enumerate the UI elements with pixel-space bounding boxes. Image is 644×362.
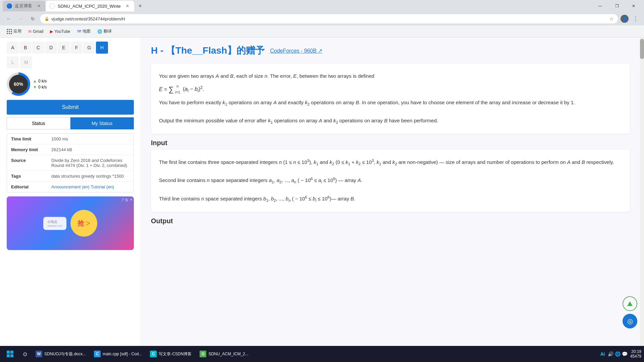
sound-icon[interactable]: 🔊 (608, 351, 613, 357)
ai-button[interactable]: Ai (600, 351, 605, 357)
scrollbar[interactable] (640, 38, 644, 362)
taskbar-date-value: 45479 (630, 354, 641, 359)
apps-button[interactable]: 应用 (4, 27, 24, 36)
svg-rect-4 (10, 354, 13, 357)
scroll-up-button[interactable] (623, 296, 637, 311)
chat-button[interactable]: ◎ (623, 314, 637, 328)
gmail-bookmark[interactable]: ✉ Gmail (25, 28, 46, 35)
tab-L[interactable]: L (7, 56, 19, 68)
editorial-value: Announcement (en) Tutorial (en) (51, 184, 129, 189)
submit-button[interactable]: Submit (7, 100, 134, 115)
tab-G[interactable]: G (83, 42, 95, 54)
taskbar-item-word[interactable]: W SDNUOJ与专题.docx... (32, 347, 89, 361)
word-icon: W (36, 351, 42, 357)
tab-E[interactable]: E (58, 42, 70, 54)
notification-icon[interactable]: 💬 (622, 351, 628, 357)
status-buttons: Status My Status (7, 117, 134, 129)
network-icon[interactable]: 🌐 (615, 351, 621, 357)
taskbar-item-chrome[interactable]: G SDNU_ACM_ICM_2... (196, 347, 252, 361)
system-tray: 🔊 🌐 💬 (608, 351, 628, 357)
taskbar-item-vscode[interactable]: C main.cpp [sdf] - Cod... (91, 347, 145, 361)
math-formula: E = ∑ ni=1 (ai − bi)2. (159, 83, 622, 96)
description-para1: You are given two arrays A and B, each o… (159, 72, 622, 80)
reload-button[interactable]: ↻ (28, 14, 38, 23)
sidebar: A B C D E F G H L M 60% ▲ 0 k/s ▼ (0, 38, 141, 362)
svg-marker-0 (627, 301, 633, 306)
chrome-icon: G (200, 351, 206, 357)
maps-icon: 🗺 (77, 29, 81, 34)
taskbar-item-csdn[interactable]: C 写文章-CSDN博客 (147, 347, 195, 361)
window-controls: — ❐ ✕ (592, 1, 641, 11)
tab1-close[interactable]: ✕ (36, 3, 42, 9)
maximize-button[interactable]: ❐ (609, 1, 625, 11)
ad-content: 小鸟云 niaoyun.com 抢 > (43, 210, 97, 237)
problem-tabs: A B C D E F G H (7, 38, 134, 56)
my-status-button[interactable]: My Status (70, 117, 134, 129)
source-label: Source (11, 158, 51, 168)
bookmark-star-icon[interactable]: ☆ (609, 16, 614, 21)
start-button[interactable] (3, 347, 17, 361)
youtube-label: YouTube (54, 29, 70, 34)
taskbar-word-label: SDNUOJ与专题.docx... (44, 351, 86, 357)
tab-F[interactable]: F (70, 42, 83, 54)
ad-yellow-circle: 抢 > (70, 210, 97, 237)
tab-C[interactable]: C (32, 42, 44, 54)
editorial-row: Editorial Announcement (en) Tutorial (en… (7, 182, 133, 192)
tab-2[interactable]: ⚖ SDNU_ACM_ICPC_2020_Winte ✕ (46, 1, 134, 11)
input-para2: Second line contains n space separated i… (159, 176, 622, 185)
tab-H[interactable]: H (96, 42, 108, 54)
source-row: Source Divide by Zero 2018 and Codeforce… (7, 155, 133, 171)
speed-percent: 60% (9, 75, 28, 94)
tab-B[interactable]: B (19, 42, 32, 54)
close-button[interactable]: ✕ (626, 1, 641, 11)
apps-grid-icon (7, 29, 12, 34)
status-button[interactable]: Status (7, 117, 70, 129)
problem-info-table: Time limit 1000 ms Memory limit 262144 k… (7, 133, 134, 192)
tab-A[interactable]: A (7, 42, 19, 54)
time-limit-label: Time limit (11, 136, 51, 141)
source-value: Divide by Zero 2018 and Codeforces Round… (51, 158, 129, 168)
description-para2: You have to perform exactly k1 operation… (159, 98, 622, 108)
gmail-icon: ✉ (28, 29, 32, 34)
taskbar-vscode-label: main.cpp [sdf] - Cod... (103, 352, 142, 356)
tags-label: Tags (11, 174, 51, 179)
codeforces-link[interactable]: CodeForces - 960B ↗ (270, 48, 322, 54)
taskbar-csdn-label: 写文章-CSDN博客 (159, 351, 192, 357)
svg-rect-2 (10, 351, 13, 354)
forward-button[interactable]: → (16, 14, 25, 23)
scroll-buttons: ◎ (623, 296, 637, 328)
address-bar: ← → ↻ 🔒 vjudge.net/contest/352474#proble… (0, 12, 644, 25)
new-tab-button[interactable]: + (136, 1, 145, 11)
tab-D[interactable]: D (45, 42, 57, 54)
ad-text: 抢 (77, 219, 84, 228)
tab2-close[interactable]: ✕ (125, 3, 130, 9)
translate-bookmark[interactable]: 🌐 翻译 (95, 27, 114, 36)
more-options-button[interactable]: ⋮ (631, 14, 640, 24)
speed-down-arrow: ▼ (33, 85, 37, 89)
profile-button[interactable]: 👤 (621, 15, 629, 23)
tags-value: data structures greedy sortings *1500 (51, 174, 129, 179)
tab1-title: 蓝灵博客 (15, 3, 32, 9)
svg-rect-3 (7, 354, 10, 357)
maps-bookmark[interactable]: 🗺 地图 (74, 27, 93, 36)
output-section-title: Output (151, 217, 630, 225)
taskbar-clock[interactable]: 20:19 45479 (630, 349, 641, 359)
lock-icon: 🔒 (44, 16, 49, 21)
search-icon: ⊙ (23, 351, 27, 357)
minimize-button[interactable]: — (592, 1, 608, 11)
announcement-link[interactable]: Announcement (en) (51, 184, 90, 189)
page-content: A B C D E F G H L M 60% ▲ 0 k/s ▼ (0, 38, 644, 362)
browser-chrome: 🔵 蓝灵博客 ✕ ⚖ SDNU_ACM_ICPC_2020_Winte ✕ + … (0, 0, 644, 38)
input-para1: The first line contains three space-sepa… (159, 158, 622, 167)
youtube-bookmark[interactable]: ▶ YouTube (47, 28, 73, 35)
tab-1[interactable]: 🔵 蓝灵博客 ✕ (3, 1, 46, 11)
scroll-thumb[interactable] (640, 39, 644, 59)
speed-up-stat: ▲ 0 k/s (33, 79, 47, 83)
tab-M[interactable]: M (20, 56, 32, 68)
url-bar[interactable]: 🔒 vjudge.net/contest/352474#problem/H ☆ (40, 14, 618, 23)
memory-limit-value: 262144 kB (51, 147, 129, 152)
back-button[interactable]: ← (4, 14, 13, 23)
tutorial-link[interactable]: Tutorial (en) (91, 184, 114, 189)
speed-area: 60% ▲ 0 k/s ▼ 0 k/s (7, 71, 134, 97)
taskbar-search-button[interactable]: ⊙ (19, 348, 31, 360)
